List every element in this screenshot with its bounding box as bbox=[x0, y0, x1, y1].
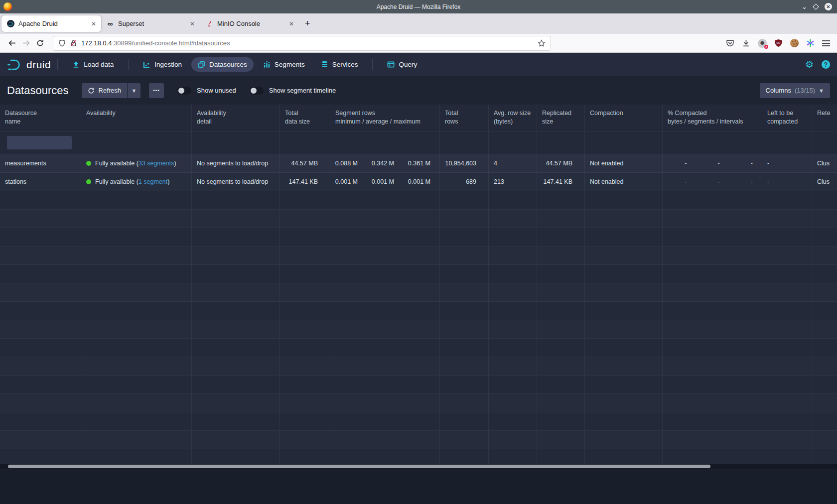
tab-close-icon[interactable]: ✕ bbox=[190, 20, 195, 27]
column-header[interactable]: Compaction bbox=[585, 105, 663, 131]
url-text: 172.18.0.4:30899/unified-console.html#da… bbox=[81, 39, 230, 47]
tab-close-icon[interactable]: ✕ bbox=[289, 20, 294, 27]
window-close-icon[interactable]: ✕ bbox=[825, 3, 832, 10]
colorful-asterisk-extension-icon[interactable] bbox=[806, 39, 815, 47]
page-title: Datasources bbox=[7, 84, 69, 97]
column-header[interactable]: Availabilitydetail bbox=[192, 105, 280, 131]
empty-cell bbox=[81, 339, 192, 357]
help-icon[interactable]: ? bbox=[822, 60, 830, 69]
new-tab-button[interactable]: + bbox=[305, 18, 310, 29]
empty-cell bbox=[280, 412, 330, 430]
segment-rows-cell: 0.088 M0.342 M0.361 M bbox=[330, 154, 440, 172]
extension-icon[interactable]: ⚉✕ bbox=[758, 39, 767, 48]
empty-cell bbox=[330, 228, 440, 246]
empty-cell bbox=[537, 394, 585, 412]
empty-cell bbox=[330, 431, 440, 449]
column-header[interactable]: % Compactedbytes / segments / intervals bbox=[663, 105, 762, 131]
nav-item-datasources[interactable]: Datasources bbox=[191, 57, 254, 72]
reload-button[interactable] bbox=[33, 36, 47, 50]
tab-close-icon[interactable]: ✕ bbox=[91, 20, 96, 27]
column-header[interactable]: Left to becompacted bbox=[762, 105, 812, 131]
nav-item-load-data[interactable]: Load data bbox=[66, 57, 120, 72]
back-button[interactable] bbox=[5, 36, 19, 50]
left-to-be-compacted-cell: - bbox=[762, 173, 812, 191]
window-minimize-icon[interactable]: ⌄ bbox=[802, 4, 807, 9]
empty-cell bbox=[440, 191, 489, 209]
left-to-be-compacted-cell: - bbox=[762, 154, 812, 172]
column-header[interactable]: Avg. row size(bytes) bbox=[489, 105, 537, 131]
datasource-name-cell: stations bbox=[0, 173, 81, 191]
window-maximize-icon[interactable] bbox=[813, 3, 819, 10]
empty-cell bbox=[330, 265, 440, 283]
forward-button[interactable] bbox=[19, 36, 33, 50]
ublock-origin-icon[interactable]: uO bbox=[774, 39, 783, 47]
nav-item-segments[interactable]: Segments bbox=[257, 57, 311, 72]
superset-favicon: ∞ bbox=[106, 20, 114, 28]
column-header[interactable]: Availability bbox=[81, 105, 192, 131]
filter-cell bbox=[440, 131, 489, 154]
url-bar[interactable]: 172.18.0.4:30899/unified-console.html#da… bbox=[53, 36, 551, 51]
horizontal-scrollbar-thumb[interactable] bbox=[8, 465, 710, 468]
empty-cell bbox=[440, 431, 489, 449]
nav-item-services[interactable]: Services bbox=[314, 57, 365, 72]
nav-item-ingestion[interactable]: Ingestion bbox=[137, 57, 188, 72]
column-header[interactable]: Totaldata size bbox=[280, 105, 330, 131]
retention-cell: Clus bbox=[812, 154, 837, 172]
minio-favicon bbox=[205, 20, 213, 28]
horizontal-scrollbar-track bbox=[0, 464, 837, 469]
columns-selector-button[interactable]: Columns (13/15) ▼ bbox=[760, 83, 830, 98]
pocket-icon[interactable] bbox=[726, 39, 734, 47]
empty-cell bbox=[330, 283, 440, 301]
downloads-icon[interactable] bbox=[742, 39, 750, 47]
column-header[interactable]: Rete bbox=[812, 105, 837, 131]
empty-cell bbox=[81, 247, 192, 264]
empty-cell bbox=[440, 357, 489, 375]
filter-cell bbox=[489, 131, 537, 154]
column-header[interactable]: Replicatedsize bbox=[537, 105, 585, 131]
segments-link[interactable]: 1 segment bbox=[139, 178, 167, 185]
segments-link[interactable]: 33 segments bbox=[139, 160, 174, 167]
column-header[interactable]: Segment rowsminimum / average / maximum bbox=[330, 105, 440, 131]
empty-cell bbox=[663, 376, 762, 393]
empty-cell bbox=[812, 265, 837, 283]
availability-status-dot bbox=[86, 161, 91, 166]
empty-cell bbox=[0, 247, 81, 264]
empty-cell bbox=[280, 320, 330, 338]
column-header[interactable]: Totalrows bbox=[440, 105, 489, 131]
empty-cell bbox=[585, 320, 663, 338]
more-actions-button[interactable]: ••• bbox=[149, 83, 164, 98]
empty-cell bbox=[81, 412, 192, 430]
empty-cell bbox=[192, 412, 280, 430]
menu-hamburger-icon[interactable] bbox=[822, 39, 830, 48]
empty-cell bbox=[489, 431, 537, 449]
cookie-extension-icon[interactable] bbox=[790, 39, 799, 47]
insecure-lock-icon[interactable] bbox=[70, 39, 77, 47]
tab-minio-console[interactable]: MinIO Console ✕ bbox=[200, 15, 299, 32]
empty-cell bbox=[537, 376, 585, 393]
avg-row-size-cell: 4 bbox=[489, 154, 537, 172]
refresh-button[interactable]: Refresh bbox=[82, 83, 128, 98]
empty-table-row bbox=[0, 265, 837, 283]
tab-superset[interactable]: ∞ Superset ✕ bbox=[101, 15, 200, 32]
show-segment-timeline-toggle[interactable] bbox=[250, 87, 264, 95]
empty-cell bbox=[280, 431, 330, 449]
empty-cell bbox=[330, 210, 440, 228]
empty-cell bbox=[489, 283, 537, 301]
settings-gear-icon[interactable]: ⚙ bbox=[805, 59, 814, 70]
tab-apache-druid[interactable]: Apache Druid ✕ bbox=[1, 15, 101, 32]
nav-item-query[interactable]: Query bbox=[381, 57, 423, 72]
tracking-protection-shield-icon[interactable] bbox=[58, 39, 66, 47]
bookmark-star-icon[interactable] bbox=[538, 39, 546, 47]
empty-cell bbox=[330, 339, 440, 357]
compaction-cell: Not enabled bbox=[585, 154, 663, 172]
toggle-label: Show segment timeline bbox=[269, 87, 336, 94]
show-unused-toggle[interactable] bbox=[177, 87, 191, 95]
empty-cell bbox=[489, 247, 537, 264]
empty-table-row bbox=[0, 339, 837, 357]
empty-cell bbox=[0, 302, 81, 320]
empty-cell bbox=[0, 431, 81, 449]
datasource-name-filter-input[interactable] bbox=[7, 136, 72, 149]
refresh-dropdown-button[interactable]: ▼ bbox=[128, 83, 140, 98]
column-header[interactable]: Datasourcename bbox=[0, 105, 81, 131]
druid-brand[interactable]: druid bbox=[7, 58, 51, 72]
